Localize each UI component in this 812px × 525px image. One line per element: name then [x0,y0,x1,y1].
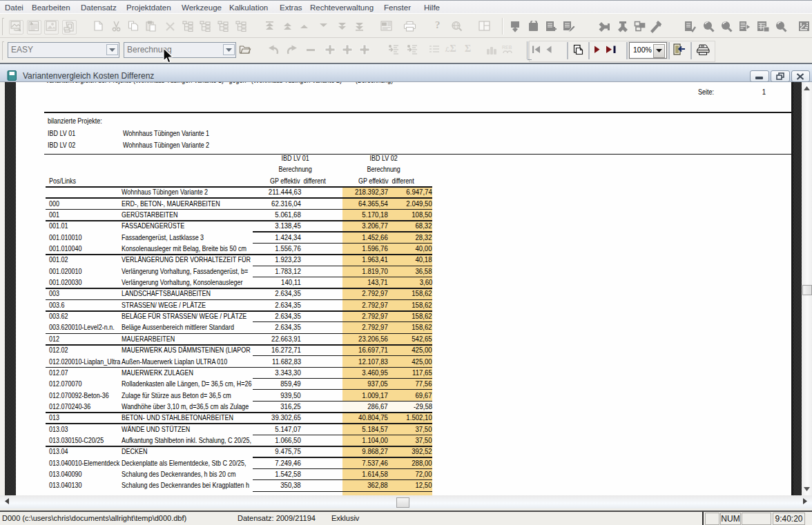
svg-text:REB: REB [502,45,512,50]
